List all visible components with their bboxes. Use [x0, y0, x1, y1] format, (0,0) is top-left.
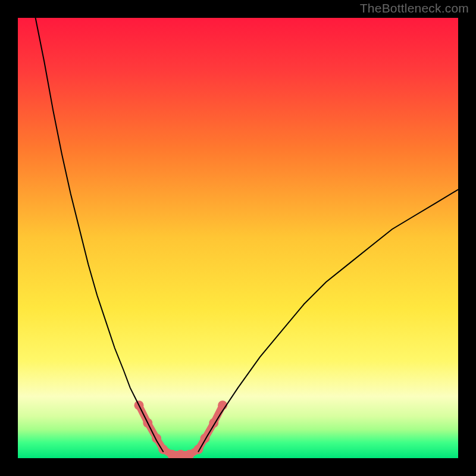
watermark-text: TheBottleneck.com [360, 1, 469, 15]
chart-stage: TheBottleneck.com [0, 0, 476, 476]
plot-background [18, 18, 458, 458]
optimal-band-marker [176, 450, 186, 459]
chart-svg [0, 0, 476, 476]
optimal-band-marker [185, 450, 195, 459]
optimal-band-marker [167, 450, 177, 459]
